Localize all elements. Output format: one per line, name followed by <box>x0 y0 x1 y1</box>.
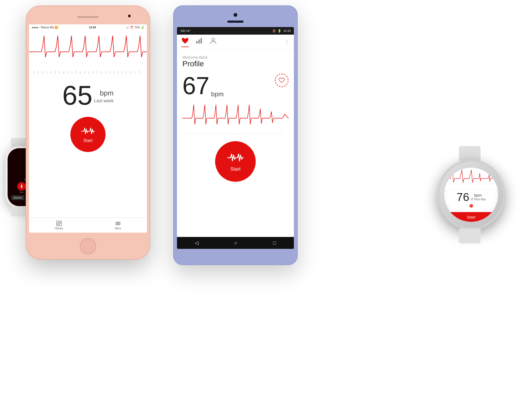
svg-point-36 <box>119 222 120 225</box>
android-content: Welcome Back Profile 67 bpm <box>177 50 294 193</box>
android-phone: 100 14° 📵 🔋 14:33 <box>173 5 298 265</box>
android-welcome-text: Welcome Back <box>182 55 288 60</box>
gear-ecg-area <box>444 168 498 189</box>
svg-point-34 <box>116 222 117 225</box>
gear-bluetooth-icon: 🔴 <box>469 204 473 208</box>
ios-tab-history-label: History <box>55 227 63 230</box>
svg-rect-38 <box>198 39 200 44</box>
ios-battery: 72% <box>134 26 140 29</box>
ios-tab-more-label: More <box>115 227 121 230</box>
ios-carrier: ●●●●○ Telenor BG <box>32 26 54 29</box>
android-overflow-icon[interactable]: ⋮ <box>284 39 290 45</box>
ios-battery-icon: 🔋 <box>141 26 144 29</box>
android-nav-bar: ◁ ○ □ <box>177 237 294 249</box>
android-ecg-svg <box>182 101 288 136</box>
android-ecg-container <box>182 101 288 136</box>
android-bpm-row: 67 bpm <box>182 74 224 98</box>
gear-bpm-unit: bpm <box>474 193 482 197</box>
ios-bpm-unit-col: bpm Last week <box>94 94 114 109</box>
gear-bpm-sublabel: 10 Days Ago <box>470 198 486 201</box>
android-toolbar-tabs <box>181 37 217 47</box>
ios-tabbar: History More <box>29 217 147 233</box>
ios-bpm-row: 65 bpm Last week <box>62 82 113 109</box>
android-status-right: 📵 🔋 14:33 <box>272 29 291 33</box>
gear-screen: 76 bpm 10 Days Ago 🔴 Start <box>444 168 498 222</box>
android-start-label: Start <box>230 166 241 172</box>
watch-activity-rest[interactable] <box>17 182 26 191</box>
ios-status-bar: ●●●●○ Telenor BG 📶 14:29 ▷ ⏰ 72% 🔋 <box>29 24 147 30</box>
android-status-bar: 100 14° 📵 🔋 14:33 <box>177 27 294 35</box>
android-heart-circle <box>275 74 288 87</box>
android-status-left: 100 14° <box>180 29 191 32</box>
svg-point-35 <box>117 222 119 225</box>
svg-rect-39 <box>201 38 202 44</box>
gear-body: 76 bpm 10 Days Ago 🔴 Start <box>437 160 505 230</box>
android-tab-chart[interactable] <box>195 37 203 47</box>
android-tab-heart[interactable] <box>181 37 189 47</box>
svg-rect-37 <box>196 41 198 44</box>
watch-activity-rest-label: Rest <box>20 191 24 193</box>
iphone-camera <box>128 15 131 17</box>
android-bpm-number: 67 <box>182 74 209 98</box>
ios-ecg-container <box>29 30 147 74</box>
gear-start-label: Start <box>467 215 475 219</box>
gear-watch: 76 bpm 10 Days Ago 🔴 Start <box>435 151 510 238</box>
iphone: ●●●●○ Telenor BG 📶 14:29 ▷ ⏰ 72% 🔋 <box>26 5 150 260</box>
gear-bpm-unit-col: bpm 10 Days Ago <box>470 193 486 203</box>
android-camera <box>234 13 237 17</box>
android-start-button[interactable]: Start <box>215 141 256 182</box>
ios-bpm-number: 65 <box>62 82 92 109</box>
ios-tick-marks <box>32 71 144 73</box>
gear-hr-display: 76 bpm 10 Days Ago 🔴 <box>444 189 498 210</box>
gear-bpm-number: 76 <box>457 192 469 203</box>
ios-wifi-icon: 📶 <box>55 26 58 29</box>
gear-band-top <box>459 146 481 161</box>
ios-tab-history[interactable]: History <box>55 220 63 230</box>
android-tab-profile[interactable] <box>209 37 217 47</box>
ios-start-label: Start <box>83 138 93 143</box>
android-nav-back[interactable]: ◁ <box>195 240 199 246</box>
android-screen: 100 14° 📵 🔋 14:33 <box>177 27 294 249</box>
ios-ecg-svg <box>29 30 147 73</box>
gear-bpm-row: 76 bpm 10 Days Ago <box>448 192 494 203</box>
ios-bpm-unit: bpm <box>100 89 114 97</box>
ios-location-icon: ▷ <box>127 26 129 29</box>
ios-status-right: ▷ ⏰ 72% 🔋 <box>127 26 144 29</box>
svg-rect-31 <box>60 221 61 222</box>
android-time: 14:33 <box>283 29 291 32</box>
iphone-notch-area <box>29 9 147 24</box>
ios-bpm-label: Last week <box>94 98 114 103</box>
gear-bluetooth-row: 🔴 <box>448 204 494 208</box>
iphone-speaker <box>77 16 99 18</box>
ios-status-left: ●●●●○ Telenor BG 📶 <box>32 26 58 29</box>
gear-start-bar[interactable]: Start <box>444 212 498 222</box>
svg-point-40 <box>212 38 215 41</box>
gear-band-bottom <box>459 229 481 243</box>
android-nav-recent[interactable]: □ <box>273 240 276 246</box>
ios-tab-more[interactable]: More <box>115 220 121 230</box>
scene: 10:09 72 bpm Choose activity <box>0 0 532 416</box>
android-toolbar: ⋮ <box>177 35 294 50</box>
svg-rect-33 <box>60 223 61 226</box>
android-nav-home[interactable]: ○ <box>234 240 237 246</box>
svg-rect-1 <box>21 186 22 188</box>
iphone-home-button[interactable] <box>80 238 96 254</box>
android-signal-icon: 📵 <box>272 29 276 33</box>
svg-rect-32 <box>57 224 58 226</box>
android-profile-title: Profile <box>182 60 288 68</box>
ios-hr-display: 65 bpm Last week <box>29 74 147 114</box>
android-speaker <box>227 21 244 23</box>
android-battery-icon: 🔋 <box>278 29 281 33</box>
android-hr-row: 67 bpm <box>182 74 288 98</box>
android-tick-marks <box>185 131 286 136</box>
svg-point-0 <box>21 185 22 186</box>
android-bpm-unit: bpm <box>211 90 224 98</box>
ios-alarm-icon: ⏰ <box>130 26 133 29</box>
ios-time: 14:29 <box>89 26 96 29</box>
iphone-screen: ●●●●○ Telenor BG 📶 14:29 ▷ ⏰ 72% 🔋 <box>29 24 147 233</box>
watch-dismiss-button[interactable]: Dismiss <box>11 195 24 200</box>
svg-rect-30 <box>57 221 58 223</box>
ios-start-button[interactable]: Start <box>70 117 106 152</box>
